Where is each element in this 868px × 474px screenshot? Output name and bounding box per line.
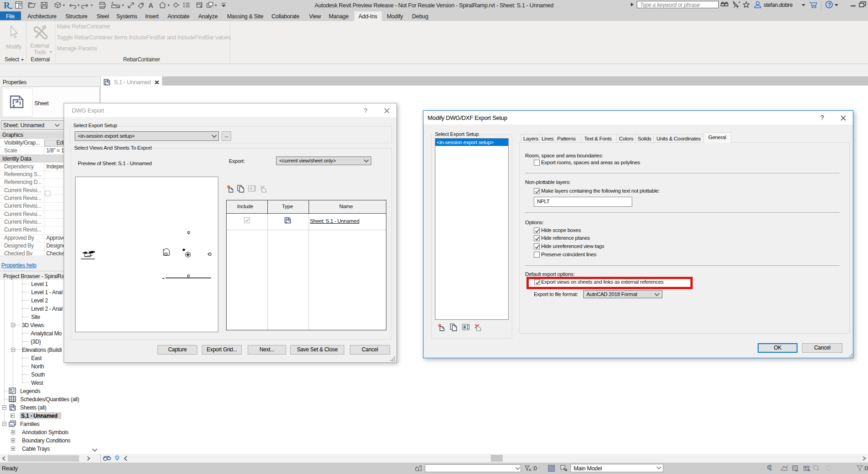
svg-text:A: A bbox=[148, 1, 153, 9]
svg-text:?: ? bbox=[828, 2, 831, 8]
svg-text:R: R bbox=[4, 1, 10, 10]
